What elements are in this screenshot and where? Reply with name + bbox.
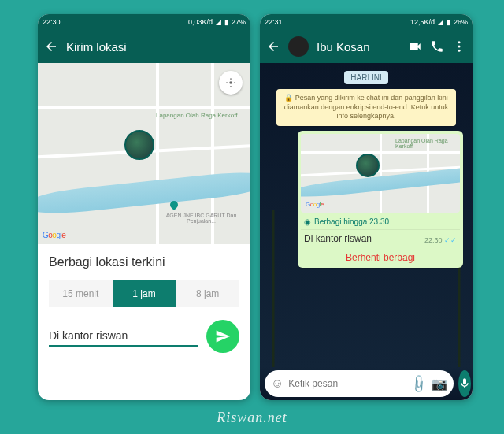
svg-point-1 [458,41,461,43]
battery-icon: ▮ [447,18,450,26]
share-until-text: Berbagi hingga 23.30 [314,217,389,226]
send-button[interactable] [206,320,239,353]
duration-option-1h[interactable]: 1 jam [113,280,176,307]
wallpaper-decoration [260,210,293,367]
date-header: HARI INI [344,71,387,84]
google-logo: Google [306,201,324,208]
camera-icon[interactable]: 📷 [432,377,447,391]
location-thumbnail[interactable]: Lapangan Olah Raga Kerkoff Google [301,134,460,213]
attach-icon[interactable]: 📎 [409,373,431,395]
message-time: 22.30 [424,236,443,244]
voice-call-icon[interactable] [430,39,444,54]
chat-body[interactable]: HARI INI 🔒 Pesan yang dikirim ke chat in… [260,63,472,367]
google-logo: Google [43,231,65,239]
contact-avatar[interactable] [288,36,309,57]
emoji-icon[interactable]: ☺ [271,377,284,391]
map-landmark-label: Lapangan Olah Raga Kerkoff [395,138,460,149]
appbar: Kirim lokasi [38,30,250,63]
share-sheet: Berbagi lokasi terkini 15 menit 1 jam 8 … [38,244,250,359]
encryption-notice[interactable]: 🔒 Pesan yang dikirim ke chat ini dan pan… [276,89,457,126]
svg-point-3 [458,50,461,52]
appbar-title: Kirim lokasi [66,40,244,54]
status-time: 22:30 [43,18,61,26]
map[interactable]: Lapangan Olah Raga Kerkoff AGEN JNE IBC … [38,63,250,244]
watermark: Riswan.net [0,410,504,426]
sheet-heading: Berbagi lokasi terkini [49,255,239,269]
stop-sharing-button[interactable]: Berhenti berbagi [301,247,460,265]
mic-button[interactable] [458,370,471,397]
signal-icon: ◢ [438,18,443,26]
status-data: 0,03K/d [188,18,213,26]
duration-option-8h[interactable]: 8 jam [176,280,239,307]
status-data: 12,5K/d [410,18,435,26]
message-input[interactable] [288,378,406,389]
read-receipt-icon: ✓✓ [444,236,457,244]
share-status-row: ◉ Berbagi hingga 23.30 [301,213,460,230]
signal-icon: ◢ [216,18,221,26]
phone-chat: 22:31 12,5K/d ◢ ▮ 26% Ibu Kosan HARI INI… [260,14,472,400]
status-battery: 26% [454,18,468,26]
encryption-text: Pesan yang dikirim ke chat ini dan pangg… [284,94,449,120]
map-poi-label: AGEN JNE IBC GARUT Dan Penjualan... [152,213,250,224]
back-icon[interactable] [44,39,58,54]
message-input-container[interactable]: ☺ 📎 📷 [265,370,454,397]
lock-icon: 🔒 [284,94,293,102]
location-caption: Di kantor riswan [304,233,372,244]
location-message-bubble[interactable]: Lapangan Olah Raga Kerkoff Google ◉ Berb… [298,131,463,268]
status-battery: 27% [232,18,246,26]
map-landmark-label: Lapangan Olah Raga Kerkoff [156,112,237,119]
chat-input-bar: ☺ 📎 📷 [260,367,472,400]
back-icon[interactable] [266,39,280,54]
phone-send-location: 22:30 0,03K/d ◢ ▮ 27% Kirim lokasi Lapan… [38,14,250,400]
user-location-marker [124,130,154,160]
status-time: 22:31 [265,18,283,26]
contact-name[interactable]: Ibu Kosan [317,40,400,54]
live-location-icon: ◉ [304,217,311,226]
battery-icon: ▮ [224,18,228,26]
more-icon[interactable] [452,39,466,54]
duration-selector: 15 menit 1 jam 8 jam [49,280,239,307]
duration-option-15m[interactable]: 15 menit [49,280,113,307]
chat-appbar: Ibu Kosan [260,30,472,63]
svg-point-0 [229,81,232,84]
recenter-button[interactable] [219,71,243,95]
caption-input[interactable] [49,326,198,347]
video-call-icon[interactable] [408,39,422,54]
user-location-marker [356,154,380,177]
statusbar: 22:31 12,5K/d ◢ ▮ 26% [260,14,472,30]
svg-point-2 [458,46,461,48]
statusbar: 22:30 0,03K/d ◢ ▮ 27% [38,14,250,30]
